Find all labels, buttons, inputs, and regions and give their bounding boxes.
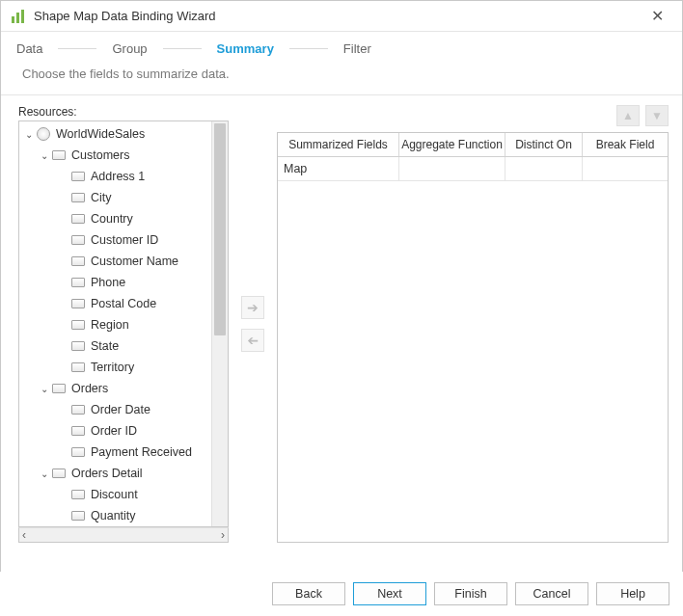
cell-aggregate[interactable] — [399, 157, 505, 180]
tree-node[interactable]: State — [23, 335, 211, 357]
expand-icon[interactable]: ⌄ — [39, 384, 50, 394]
tree-node-label: Territory — [91, 361, 134, 374]
step-data[interactable]: Data — [14, 41, 44, 56]
table-icon — [71, 405, 85, 415]
expand-icon[interactable]: ⌄ — [39, 469, 50, 479]
footer: Back Next Finish Cancel Help — [0, 572, 683, 616]
tree-node-label: Orders Detail — [71, 467, 143, 480]
cell-summarized[interactable]: Map — [278, 157, 399, 180]
vertical-scrollbar[interactable] — [211, 121, 228, 526]
back-button[interactable]: Back — [272, 582, 345, 605]
table-icon — [71, 362, 85, 372]
resources-tree-container: ⌄WorldWideSales⌄CustomersAddress 1CityCo… — [18, 121, 229, 527]
body: Resources: ⌄WorldWideSales⌄CustomersAddr… — [1, 95, 682, 549]
expand-icon[interactable]: ⌄ — [39, 150, 50, 161]
cancel-button[interactable]: Cancel — [515, 582, 588, 605]
instruction-text: Choose the fields to summarize data. — [1, 65, 682, 95]
tree-node[interactable]: Region — [23, 314, 211, 335]
transfer-buttons: ➔ ➔ — [238, 105, 267, 543]
tree-node[interactable]: Country — [23, 208, 211, 229]
table-icon — [52, 150, 66, 160]
tree-node-label: Address 1 — [91, 170, 145, 183]
cell-distinct[interactable] — [505, 157, 583, 180]
horizontal-scrollbar[interactable]: ‹ › — [18, 527, 229, 543]
database-icon — [37, 127, 50, 141]
step-separator — [58, 48, 96, 49]
arrow-up-icon: ▲ — [622, 109, 634, 122]
step-summary[interactable]: Summary — [215, 41, 276, 56]
table-icon — [71, 256, 85, 266]
scroll-left-icon[interactable]: ‹ — [22, 528, 26, 542]
fields-grid[interactable]: Summarized Fields Aggregate Function Dis… — [277, 132, 669, 543]
tree-node[interactable]: ⌄WorldWideSales — [23, 123, 211, 145]
tree-node-label: Customer Name — [91, 254, 178, 268]
table-icon — [71, 447, 85, 457]
move-down-button[interactable]: ▼ — [645, 105, 669, 126]
tree-node-label: WorldWideSales — [56, 127, 145, 141]
table-icon — [71, 426, 85, 436]
grid-row[interactable]: Map — [278, 157, 668, 181]
table-icon — [71, 341, 85, 351]
tree-node-label: Quantity — [91, 509, 136, 522]
col-break[interactable]: Break Field — [583, 133, 668, 156]
tree-node-label: Region — [91, 318, 129, 332]
resources-tree[interactable]: ⌄WorldWideSales⌄CustomersAddress 1CityCo… — [19, 121, 211, 526]
tree-node-label: Payment Received — [91, 445, 192, 459]
tree-node[interactable]: Payment Received — [23, 442, 211, 463]
col-distinct[interactable]: Distinct On — [505, 133, 583, 156]
step-separator — [163, 48, 202, 49]
tree-node[interactable]: ⌄Orders — [23, 378, 211, 399]
next-button[interactable]: Next — [353, 582, 426, 605]
remove-button[interactable]: ➔ — [241, 329, 264, 352]
table-icon — [52, 384, 66, 393]
expand-icon[interactable]: ⌄ — [23, 129, 35, 140]
col-summarized[interactable]: Summarized Fields — [278, 133, 399, 156]
tree-node[interactable]: City — [23, 187, 211, 208]
grid-header: Summarized Fields Aggregate Function Dis… — [278, 133, 668, 157]
tree-node-label: Order Date — [91, 403, 150, 416]
table-icon — [71, 490, 85, 499]
tree-node-label: Phone — [91, 276, 125, 289]
tree-node[interactable]: Territory — [23, 357, 211, 378]
svg-rect-2 — [21, 10, 24, 23]
tree-node-label: City — [91, 191, 112, 204]
tree-node[interactable]: Order Date — [23, 399, 211, 420]
tree-node[interactable]: Quantity — [23, 505, 211, 526]
close-icon[interactable]: ✕ — [642, 7, 672, 25]
table-icon — [71, 235, 85, 245]
step-separator — [289, 48, 328, 49]
tree-node-label: Discount — [91, 488, 138, 501]
scrollbar-thumb[interactable] — [214, 123, 226, 335]
tree-node[interactable]: Customer Name — [23, 251, 211, 272]
move-up-button[interactable]: ▲ — [616, 105, 640, 126]
tree-node[interactable]: Phone — [23, 272, 211, 293]
col-aggregate[interactable]: Aggregate Function — [399, 133, 505, 156]
resources-label: Resources: — [18, 105, 229, 119]
tree-node-label: Country — [91, 212, 133, 226]
tree-node[interactable]: Order ID — [23, 420, 211, 442]
help-button[interactable]: Help — [596, 582, 669, 605]
tree-node[interactable]: ⌄Orders Detail — [23, 463, 211, 484]
tree-node[interactable]: Address 1 — [23, 166, 211, 187]
tree-node[interactable]: Postal Code — [23, 293, 211, 314]
tree-node-label: Postal Code — [91, 297, 156, 310]
step-filter[interactable]: Filter — [342, 41, 373, 56]
tree-node-label: Customer ID — [91, 233, 158, 247]
title-bar: Shape Map Data Binding Wizard ✕ — [1, 1, 682, 32]
finish-button[interactable]: Finish — [434, 582, 507, 605]
table-icon — [71, 193, 85, 202]
table-icon — [71, 511, 85, 521]
scroll-right-icon[interactable]: › — [221, 528, 225, 542]
table-icon — [71, 214, 85, 224]
grid-panel: ▲ ▼ Summarized Fields Aggregate Function… — [277, 105, 669, 543]
add-button[interactable]: ➔ — [241, 296, 264, 319]
window-title: Shape Map Data Binding Wizard — [34, 9, 642, 23]
wizard-steps: Data Group Summary Filter — [1, 32, 682, 65]
step-group[interactable]: Group — [110, 41, 149, 56]
tree-node[interactable]: Customer ID — [23, 229, 211, 251]
tree-node[interactable]: Discount — [23, 484, 211, 505]
cell-break[interactable] — [583, 157, 668, 180]
resources-panel: Resources: ⌄WorldWideSales⌄CustomersAddr… — [18, 105, 229, 543]
tree-node[interactable]: ⌄Customers — [23, 145, 211, 166]
arrow-left-icon: ➔ — [247, 333, 259, 348]
